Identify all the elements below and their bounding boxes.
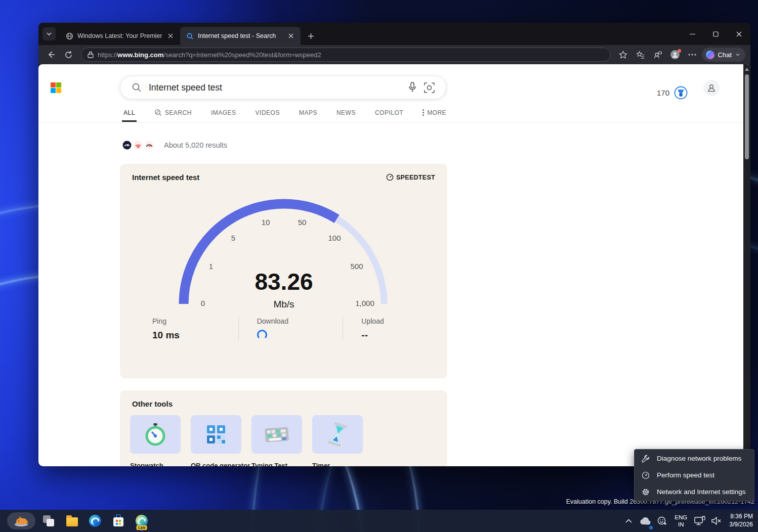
task-view-button[interactable]	[38, 511, 59, 531]
onedrive-status-dot	[649, 525, 653, 530]
visual-search-icon[interactable]	[424, 82, 435, 93]
url-scheme: https://	[98, 51, 117, 59]
speedtest-brand[interactable]: SPEEDTEST	[386, 173, 435, 181]
tab-close-button[interactable]	[166, 31, 175, 40]
edge-canary-button[interactable]: CAN	[132, 511, 152, 531]
tab-title: Windows Latest: Your Premier Sou	[77, 32, 162, 39]
widget-title: Internet speed test	[132, 173, 199, 182]
nav-tab-copilot[interactable]: COPILOT	[375, 109, 403, 116]
ms-logo-square	[56, 88, 61, 93]
search-box[interactable]: Internet speed test	[120, 76, 446, 99]
menu-item-perform-speed-test[interactable]: Perform speed test	[635, 467, 754, 483]
bing-profile-button[interactable]	[703, 80, 720, 96]
gauge-tick: 1,000	[355, 299, 374, 307]
running-indicator	[141, 529, 143, 530]
ping-stat: Ping 10 ms	[120, 317, 238, 341]
tool-typing-test[interactable]: Typing Test	[251, 415, 302, 466]
gauge-tick: 500	[350, 262, 363, 271]
copilot-chat-button[interactable]: Chat	[702, 48, 745, 62]
speedtest-favicon	[122, 141, 132, 150]
scrollbar-thumb[interactable]	[745, 74, 749, 159]
task-view-icon	[43, 515, 54, 526]
tab-close-button[interactable]	[286, 31, 296, 40]
microphone-icon[interactable]	[408, 82, 417, 93]
globe-icon	[66, 32, 73, 40]
minimize-icon	[690, 31, 695, 37]
profile-button[interactable]	[667, 47, 683, 62]
language-indicator[interactable]: ENG IN	[671, 514, 690, 528]
tab-strip: Windows Latest: Your Premier Sou Interne…	[38, 23, 750, 45]
refresh-button[interactable]	[61, 47, 76, 62]
gauge-tick: 100	[328, 234, 341, 242]
upload-stat: Upload --	[343, 317, 447, 341]
people-button[interactable]	[650, 47, 665, 62]
favorites-list-button[interactable]	[633, 47, 648, 62]
ping-value: 10 ms	[152, 330, 238, 341]
gauge-unit: Mb/s	[273, 299, 294, 309]
tab-search-button[interactable]	[43, 27, 56, 40]
volume-tray-button[interactable]	[709, 512, 724, 530]
tool-stopwatch[interactable]: Stopwatch	[130, 415, 181, 466]
fox-icon	[13, 515, 29, 527]
url-text: https://www.bing.com/search?q=Internet%2…	[98, 51, 321, 59]
safely-remove-tray-button[interactable]	[655, 512, 669, 530]
settings-menu-button[interactable]	[685, 47, 700, 62]
tool-qr-code-generator[interactable]: QR code generator	[191, 415, 241, 466]
desktop: Windows Latest: Your Premier Sou Interne…	[0, 0, 758, 532]
gauge-tick: 10	[261, 218, 270, 227]
gauge-tick: 1	[208, 262, 213, 271]
plus-icon	[308, 33, 314, 39]
url-host: www.bing.com	[117, 51, 163, 59]
cloud-icon	[640, 517, 651, 525]
back-button[interactable]	[44, 47, 59, 62]
file-explorer-button[interactable]	[62, 511, 82, 531]
favorite-this-page-button[interactable]	[616, 47, 631, 62]
edge-button[interactable]	[85, 511, 105, 531]
tab-windows-latest[interactable]: Windows Latest: Your Premier Sou	[60, 27, 180, 45]
new-tab-button[interactable]	[304, 29, 318, 43]
onedrive-tray-button[interactable]	[638, 512, 652, 530]
nav-tab-images[interactable]: IMAGES	[211, 109, 236, 116]
close-icon	[736, 31, 742, 37]
nav-tab-videos[interactable]: VIDEOS	[256, 109, 280, 116]
ms-logo-square	[51, 88, 56, 93]
microsoft-store-button[interactable]	[108, 511, 129, 531]
results-summary: About 5,020 results	[122, 141, 227, 150]
close-window-button[interactable]	[727, 23, 750, 45]
tab-speed-test[interactable]: Internet speed test - Search	[180, 27, 301, 45]
menu-item-network-settings[interactable]: Network and Internet settings	[635, 483, 754, 500]
nav-tab-maps[interactable]: MAPS	[299, 109, 317, 116]
tool-timer[interactable]: Timer	[312, 415, 363, 466]
nav-tab-all[interactable]: ALL	[123, 109, 135, 116]
gear-icon	[642, 488, 650, 496]
nav-tab-search[interactable]: SEARCH	[154, 109, 192, 116]
other-tools-widget: Other tools Stopwa	[120, 390, 447, 466]
clock-time: 8:36 PM	[729, 513, 753, 521]
network-context-menu: Diagnose network problems Perform speed …	[634, 449, 754, 501]
search-query: Internet speed test	[149, 82, 401, 93]
gauge-tick: 5	[231, 234, 235, 242]
address-bar[interactable]: https://www.bing.com/search?q=Internet%2…	[81, 48, 611, 62]
network-tray-button[interactable]	[693, 512, 707, 530]
taskbar-clock[interactable]: 8:36 PM 3/9/2026	[726, 513, 753, 528]
nav-tab-more[interactable]: MORE	[423, 109, 446, 116]
fox-widget-button[interactable]	[7, 512, 35, 529]
browser-window: Windows Latest: Your Premier Sou Interne…	[38, 23, 750, 466]
page-scrollbar[interactable]	[743, 64, 750, 466]
maximize-button[interactable]	[704, 23, 727, 45]
search-icon	[132, 82, 142, 93]
tray-overflow-button[interactable]	[621, 512, 636, 530]
rewards-button[interactable]: 170	[657, 86, 688, 100]
edge-icon	[89, 514, 102, 527]
wifi-speed-favicon	[134, 141, 143, 150]
scrollbar-up-arrow[interactable]	[745, 68, 749, 71]
speedtest-gauge-icon	[386, 173, 394, 181]
nav-tab-news[interactable]: NEWS	[336, 109, 356, 116]
menu-item-diagnose-network[interactable]: Diagnose network problems	[635, 450, 754, 467]
copilot-icon	[706, 51, 714, 59]
download-label: Download	[257, 317, 343, 325]
speedometer-icon	[642, 471, 650, 479]
star-list-icon	[636, 51, 645, 59]
microsoft-logo[interactable]	[51, 82, 61, 93]
minimize-button[interactable]	[681, 23, 704, 45]
